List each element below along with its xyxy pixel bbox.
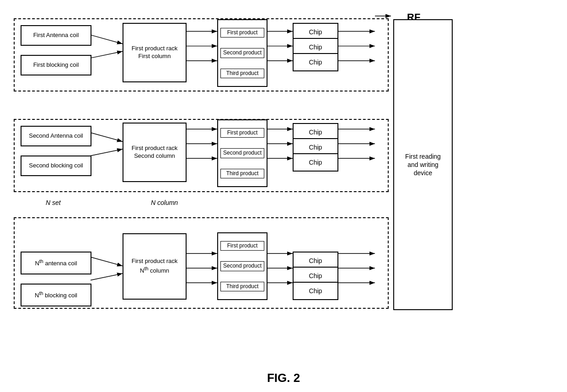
diagram-container: RF First Antenna coil First blocking coi… (9, 9, 558, 365)
product-1-2: Second product (220, 48, 264, 58)
second-antenna-coil: Second Antenna coil (21, 126, 91, 146)
product-1-1: First product (220, 28, 264, 38)
products-group-2: First product Second product Third produ… (217, 119, 267, 187)
product-1-3: Third product (220, 69, 264, 79)
fig-label: FIG. 2 (267, 371, 300, 385)
chip-1-3: Chip (293, 53, 338, 71)
products-group-3: First product Second product Third produ… (217, 232, 267, 300)
n-column-label: N column (151, 199, 178, 206)
product-2-3: Third product (220, 169, 264, 179)
first-blocking-coil: First blocking coil (21, 55, 91, 75)
first-product-rack-col2: First product rackSecond column (123, 123, 187, 182)
chip-3-3: Chip (293, 282, 338, 300)
product-3-2: Second product (220, 261, 264, 271)
first-antenna-coil: First Antenna coil (21, 25, 91, 46)
product-2-2: Second product (220, 148, 264, 158)
nth-antenna-coil: Nth antenna coil (21, 252, 91, 274)
rf-arrow-svg (375, 9, 398, 23)
n-set-label: N set (46, 199, 61, 206)
first-product-rack-coln: First product rackNth column (123, 233, 187, 300)
reading-writing-device: First readingand writingdevice (393, 19, 453, 310)
nth-blocking-coil: Nth blocking coil (21, 284, 91, 306)
first-product-rack-col1: First product rackFirst column (123, 23, 187, 82)
products-group-1: First product Second product Third produ… (217, 19, 267, 87)
chip-2-3: Chip (293, 153, 338, 172)
second-blocking-coil: Second blocking coil (21, 156, 91, 176)
product-2-1: First product (220, 128, 264, 138)
product-3-3: Third product (220, 282, 264, 292)
product-3-1: First product (220, 241, 264, 251)
